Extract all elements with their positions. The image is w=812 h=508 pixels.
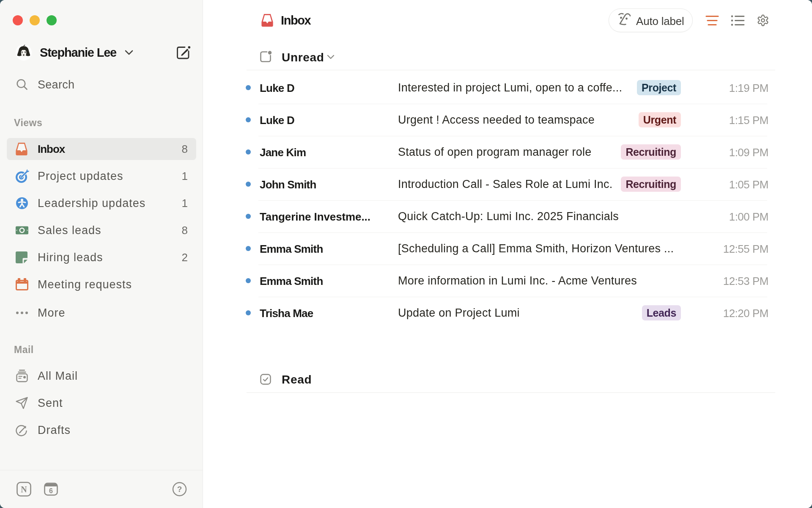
svg-text:6: 6 <box>49 487 53 494</box>
svg-text:?: ? <box>177 485 182 494</box>
svg-text:N: N <box>21 485 27 494</box>
